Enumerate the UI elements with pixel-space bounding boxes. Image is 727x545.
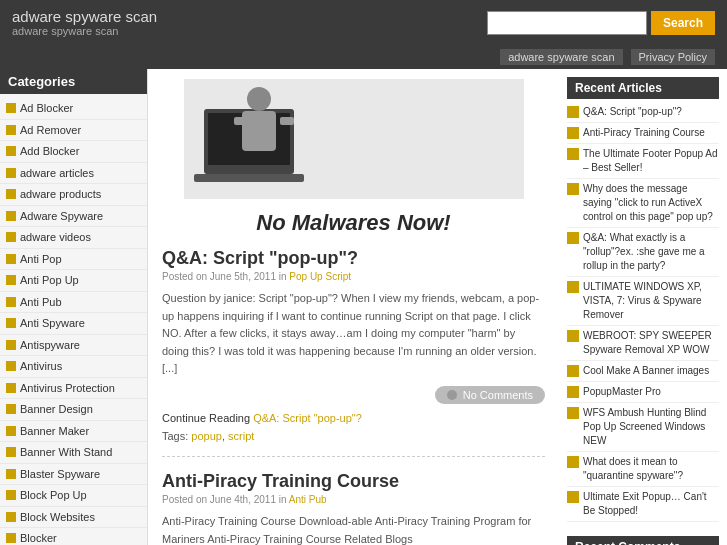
sidebar-item: Blocker (0, 528, 147, 545)
recent-article-link-8[interactable]: PopupMaster Pro (583, 385, 661, 399)
sidebar-item: Block Websites (0, 507, 147, 529)
sidebar-link-15[interactable]: Banner Maker (0, 421, 147, 442)
sidebar-item: Antivirus Protection (0, 378, 147, 400)
tag-popup[interactable]: popup (191, 430, 222, 442)
article-2: Anti-Piracy Training Course Posted on Ju… (162, 471, 545, 545)
recent-article-link-3[interactable]: Why does the message saying "click to ru… (583, 182, 719, 224)
sidebar: Categories Ad BlockerAd RemoverAdd Block… (0, 69, 148, 545)
header-search: Search (487, 11, 715, 35)
article-1: Q&A: Script "pop-up"? Posted on June 5th… (162, 248, 545, 457)
sidebar-link-12[interactable]: Antivirus (0, 356, 147, 377)
sidebar-bullet-icon (6, 469, 16, 479)
sidebar-link-5[interactable]: Adware Spyware (0, 206, 147, 227)
article-icon (567, 386, 579, 398)
recent-article-link-4[interactable]: Q&A: What exactly is a "rollup"?ex. :she… (583, 231, 719, 273)
sidebar-link-10[interactable]: Anti Spyware (0, 313, 147, 334)
sidebar-bullet-icon (6, 275, 16, 285)
sidebar-link-0[interactable]: Ad Blocker (0, 98, 147, 119)
recent-article-link-1[interactable]: Anti-Piracy Training Course (583, 126, 705, 140)
sidebar-link-17[interactable]: Blaster Spyware (0, 464, 147, 485)
sidebar-item: Banner With Stand (0, 442, 147, 464)
recent-article-link-0[interactable]: Q&A: Script "pop-up"? (583, 105, 682, 119)
svg-rect-6 (234, 117, 248, 125)
sidebar-bullet-icon (6, 297, 16, 307)
sidebar-link-13[interactable]: Antivirus Protection (0, 378, 147, 399)
sidebar-item: Ad Remover (0, 120, 147, 142)
sidebar-link-4[interactable]: adware products (0, 184, 147, 205)
main-content: No Malwares Now! Q&A: Script "pop-up"? P… (148, 69, 559, 545)
sidebar-bullet-icon (6, 146, 16, 156)
sidebar-item: Blaster Spyware (0, 464, 147, 486)
hero-title: No Malwares Now! (162, 210, 545, 236)
recent-article-link-9[interactable]: WFS Ambush Hunting Blind Pop Up Screened… (583, 406, 719, 448)
article-1-continue-link[interactable]: Q&A: Script "pop-up"? (253, 412, 362, 424)
svg-point-4 (247, 87, 271, 111)
recent-article-link-7[interactable]: Cool Make A Banner images (583, 364, 709, 378)
article-2-body: Anti-Piracy Training Course Download-abl… (162, 513, 545, 545)
article-icon (567, 232, 579, 244)
sidebar-link-16[interactable]: Banner With Stand (0, 442, 147, 463)
article-icon (567, 365, 579, 377)
sidebar-item: Anti Pub (0, 292, 147, 314)
sidebar-item: adware products (0, 184, 147, 206)
recent-article-link-10[interactable]: What does it mean to "quarantine spyware… (583, 455, 719, 483)
nav-item-adware[interactable]: adware spyware scan (500, 49, 622, 65)
recent-article-item: Anti-Piracy Training Course (567, 126, 719, 144)
article-1-continue: Continue Reading Q&A: Script "pop-up"? (162, 412, 545, 424)
recent-article-link-11[interactable]: Ultimate Exit Popup… Can't Be Stopped! (583, 490, 719, 518)
article-2-title: Anti-Piracy Training Course (162, 471, 545, 492)
sidebar-item: Antivirus (0, 356, 147, 378)
article-icon (567, 281, 579, 293)
sidebar-link-14[interactable]: Banner Design (0, 399, 147, 420)
article-icon (567, 183, 579, 195)
article-icon (567, 127, 579, 139)
article-2-meta: Posted on June 4th, 2011 in Anti Pub (162, 494, 545, 505)
sidebar-link-1[interactable]: Ad Remover (0, 120, 147, 141)
sidebar-link-9[interactable]: Anti Pub (0, 292, 147, 313)
article-1-category[interactable]: Pop Up Script (289, 271, 351, 282)
article-icon (567, 407, 579, 419)
article-icon (567, 106, 579, 118)
sidebar-item: Antispyware (0, 335, 147, 357)
sidebar-item: adware articles (0, 163, 147, 185)
recent-articles-header: Recent Articles (567, 77, 719, 99)
recent-article-link-2[interactable]: The Ultimate Footer Popup Ad – Best Sell… (583, 147, 719, 175)
recent-article-item: Q&A: Script "pop-up"? (567, 105, 719, 123)
search-button[interactable]: Search (651, 11, 715, 35)
article-1-title: Q&A: Script "pop-up"? (162, 248, 545, 269)
sidebar-link-7[interactable]: Anti Pop (0, 249, 147, 270)
sidebar-bullet-icon (6, 211, 16, 221)
article-1-posted: Posted on June 5th, 2011 in (162, 271, 287, 282)
no-comments-button[interactable]: No Comments (435, 386, 545, 404)
sidebar-link-20[interactable]: Blocker (0, 528, 147, 545)
article-2-posted: Posted on June 4th, 2011 in (162, 494, 287, 505)
sidebar-header: Categories (0, 69, 147, 94)
recent-article-link-6[interactable]: WEBROOT: SPY SWEEPER Spyware Removal XP … (583, 329, 719, 357)
nav-item-privacy[interactable]: Privacy Policy (631, 49, 715, 65)
recent-articles-widget: Recent Articles Q&A: Script "pop-up"?Ant… (567, 77, 719, 522)
sidebar-item: Add Blocker (0, 141, 147, 163)
recent-article-item: Q&A: What exactly is a "rollup"?ex. :she… (567, 231, 719, 277)
sidebar-link-6[interactable]: adware videos (0, 227, 147, 248)
sidebar-link-18[interactable]: Block Pop Up (0, 485, 147, 506)
article-icon (567, 491, 579, 503)
search-input[interactable] (487, 11, 647, 35)
recent-article-link-5[interactable]: ULTIMATE WINDOWS XP, VISTA, 7: Virus & S… (583, 280, 719, 322)
sidebar-item: Banner Maker (0, 421, 147, 443)
article-icon (567, 148, 579, 160)
sidebar-bullet-icon (6, 404, 16, 414)
sidebar-bullet-icon (6, 232, 16, 242)
sidebar-link-2[interactable]: Add Blocker (0, 141, 147, 162)
recent-comments-widget: Recent Comments FoxAirsoft - Nice Pop Up… (567, 536, 719, 545)
nav-bar: adware spyware scan Privacy Policy (0, 45, 727, 69)
svg-rect-3 (194, 174, 304, 182)
sidebar-link-11[interactable]: Antispyware (0, 335, 147, 356)
sidebar-bullet-icon (6, 447, 16, 457)
sidebar-link-8[interactable]: Anti Pop Up (0, 270, 147, 291)
sidebar-link-3[interactable]: adware articles (0, 163, 147, 184)
sidebar-link-19[interactable]: Block Websites (0, 507, 147, 528)
sidebar-bullet-icon (6, 125, 16, 135)
site-title: adware spyware scan (12, 8, 157, 25)
tag-script[interactable]: script (228, 430, 254, 442)
article-2-category[interactable]: Anti Pub (289, 494, 327, 505)
